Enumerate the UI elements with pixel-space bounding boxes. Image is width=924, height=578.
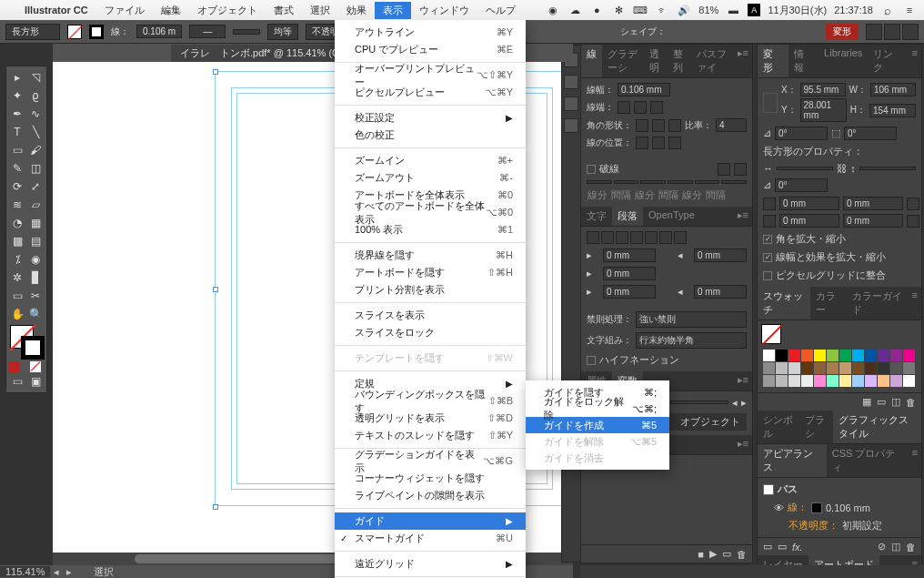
menu-object[interactable]: オブジェクト <box>189 2 266 19</box>
swatch[interactable] <box>865 362 877 374</box>
arrange-btn[interactable] <box>902 24 919 40</box>
tab-graphicstyles[interactable]: グラフィックスタイル <box>833 411 921 443</box>
swatch[interactable] <box>865 350 877 361</box>
tab-character[interactable]: 文字 <box>581 207 612 226</box>
eye-icon[interactable]: 👁 <box>774 502 784 513</box>
shear-field[interactable]: 0° <box>844 127 897 140</box>
stroke-chip-icon[interactable] <box>811 502 822 513</box>
tab-appearance[interactable]: アピアランス <box>758 444 827 477</box>
panel-icon[interactable] <box>564 96 578 111</box>
selection-tool[interactable]: ▸ <box>8 68 26 86</box>
trash-icon[interactable]: 🗑 <box>737 549 747 560</box>
swatch[interactable] <box>903 362 915 374</box>
swatch-icon[interactable]: ▦ <box>862 396 871 408</box>
view-menu-item[interactable]: スライスを表示 <box>335 307 526 324</box>
next-icon[interactable]: ▸ <box>741 397 747 409</box>
menu-select[interactable]: 選択 <box>302 2 338 19</box>
clear-icon[interactable]: ⊘ <box>878 541 886 553</box>
corner-tl-field[interactable]: 0 mm <box>779 197 839 210</box>
cap-round-icon[interactable] <box>634 101 647 114</box>
battery-icon[interactable]: ▬ <box>726 3 740 17</box>
screen-mode-tool[interactable]: ▭ <box>8 372 26 390</box>
stroke-dash[interactable]: — <box>189 25 226 38</box>
align-left-icon[interactable] <box>587 231 599 244</box>
dash-field[interactable] <box>587 180 612 184</box>
corner-bl-icon[interactable] <box>763 215 776 228</box>
arrange-btn[interactable] <box>884 24 900 40</box>
menu-view[interactable]: 表示 <box>375 2 411 19</box>
swatch[interactable] <box>878 350 889 361</box>
fx-icon[interactable]: fx. <box>792 542 803 553</box>
kb-icon[interactable]: ⌨ <box>633 3 648 17</box>
mojikumi-select[interactable]: 行末約物半角 <box>636 332 747 349</box>
opacity-label[interactable]: 不透明度： <box>788 519 839 532</box>
swatch[interactable] <box>814 375 826 387</box>
view-menu-item[interactable]: バウンディングボックスを隠す⇧⌘B <box>335 392 526 410</box>
swatch[interactable] <box>776 375 788 387</box>
dot-icon[interactable]: ● <box>589 3 604 17</box>
tab-info[interactable]: 情報 <box>788 45 819 77</box>
current-fill-icon[interactable] <box>761 324 781 344</box>
swatch[interactable] <box>801 350 813 361</box>
fan-icon[interactable]: ✻ <box>611 3 626 17</box>
rect-angle-field[interactable]: 0° <box>775 178 828 192</box>
panel-menu-icon[interactable]: ▸≡ <box>734 435 752 454</box>
swatch[interactable] <box>763 362 775 374</box>
pixel-grid-checkbox[interactable]: ピクセルグリッドに整合 <box>763 269 916 282</box>
align-outside-icon[interactable] <box>668 137 681 149</box>
opacity-val[interactable]: 初期設定 <box>842 519 882 532</box>
cap-butt-icon[interactable] <box>618 101 630 114</box>
x-field[interactable]: 95.5 mm <box>800 83 846 96</box>
prev-icon[interactable]: ◂ <box>732 397 738 409</box>
zoom-field[interactable]: 115.41% <box>0 566 50 577</box>
none-mode-icon[interactable] <box>30 361 41 372</box>
swatch[interactable] <box>839 350 851 361</box>
dup-icon[interactable]: ◫ <box>891 541 900 553</box>
view-menu-item[interactable]: CPU でプレビュー⌘E <box>335 41 526 58</box>
profile-select[interactable] <box>233 29 260 35</box>
stop-icon[interactable]: ■ <box>698 549 704 560</box>
align-justify-icon[interactable] <box>674 231 687 244</box>
gap-field[interactable] <box>668 180 693 184</box>
corner-br-field[interactable]: 0 mm <box>843 214 903 228</box>
scale-tool[interactable]: ⤢ <box>26 177 45 196</box>
arrange-btn[interactable] <box>866 24 882 40</box>
swatch[interactable] <box>776 362 788 374</box>
view-menu-item[interactable]: テキストのスレッドを隠す⇧⌘Y <box>335 427 526 444</box>
swatch[interactable] <box>763 350 775 361</box>
miter-ratio-field[interactable]: 4 <box>716 118 747 132</box>
dash-field[interactable] <box>695 180 720 184</box>
shape-transform-button[interactable]: 変形 <box>826 24 859 40</box>
direct-selection-tool[interactable]: ◹ <box>26 68 45 86</box>
color-mode-icon[interactable] <box>8 361 19 372</box>
corner-tr-field[interactable]: 0 mm <box>843 197 903 210</box>
swatch[interactable] <box>852 362 864 374</box>
panel-icon[interactable] <box>564 75 578 89</box>
gap-field[interactable] <box>721 180 747 184</box>
pencil-tool[interactable]: ✎ <box>8 159 26 177</box>
swatch[interactable] <box>814 362 826 374</box>
selection-handle[interactable] <box>213 69 218 75</box>
dash-checkbox[interactable]: 破線 <box>587 162 619 176</box>
menu-edit[interactable]: 編集 <box>153 2 189 19</box>
swatch[interactable] <box>776 350 788 361</box>
dash-mode-icon[interactable] <box>718 163 730 176</box>
align-right-icon[interactable] <box>616 231 628 244</box>
pen-tool[interactable]: ✒ <box>8 105 26 123</box>
align-inside-icon[interactable] <box>652 137 665 149</box>
tab-opentype[interactable]: OpenType <box>643 207 700 226</box>
menu-effect[interactable]: 効果 <box>338 2 375 19</box>
tab-color[interactable]: カラー <box>810 287 847 319</box>
view-menu-item[interactable]: アウトライン⌘Y <box>335 24 526 41</box>
align-center-icon[interactable] <box>636 137 648 149</box>
view-menu-item[interactable]: 遠近グリッド▶ <box>335 555 526 573</box>
y-field[interactable]: 28.001 mm <box>800 98 847 122</box>
angle-field[interactable]: 0° <box>775 127 828 140</box>
tab-symbols[interactable]: シンボル <box>758 411 799 443</box>
tab-libraries[interactable]: Libraries <box>819 45 868 77</box>
panel-menu-icon[interactable]: ▸≡ <box>734 207 752 226</box>
new-fill-icon[interactable]: ▭ <box>763 541 772 553</box>
perspective-tool[interactable]: ▦ <box>26 214 45 232</box>
graph-tool[interactable]: ▊ <box>26 269 45 287</box>
swatch[interactable] <box>763 375 775 387</box>
